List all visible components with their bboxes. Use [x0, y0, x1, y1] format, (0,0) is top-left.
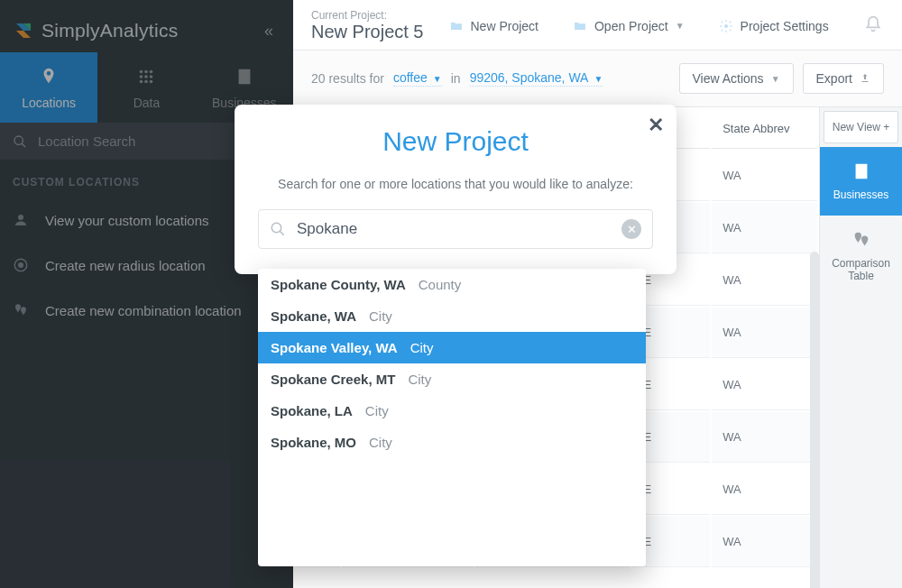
autocomplete-option[interactable]: Spokane, WACity [258, 300, 646, 332]
option-name: Spokane Valley, WA [271, 340, 398, 355]
option-type: City [408, 372, 431, 387]
option-type: City [369, 308, 392, 324]
autocomplete-option[interactable]: Spokane, MOCity [258, 427, 646, 458]
svg-line-16 [280, 231, 284, 235]
close-button[interactable]: ✕ [648, 114, 664, 137]
new-project-modal: ✕ New Project Search for one or more loc… [235, 105, 676, 274]
autocomplete-option[interactable]: Spokane Valley, WACity [258, 332, 646, 363]
clear-search-button[interactable]: ✕ [621, 219, 641, 239]
option-name: Spokane, MO [271, 435, 356, 450]
autocomplete-option[interactable]: Spokane County, WACounty [258, 269, 646, 300]
option-type: City [365, 403, 389, 418]
autocomplete-option[interactable]: Spokane Creek, MTCity [258, 363, 646, 395]
option-name: Spokane Creek, MT [271, 372, 395, 387]
modal-search[interactable]: ✕ [258, 209, 653, 249]
location-autocomplete-dropdown: Spokane County, WACountySpokane, WACityS… [258, 269, 646, 566]
svg-point-15 [272, 223, 281, 233]
option-type: City [369, 435, 392, 450]
option-type: County [419, 277, 462, 292]
option-name: Spokane County, WA [271, 277, 406, 292]
modal-title: New Project [258, 126, 653, 157]
option-name: Spokane, WA [271, 308, 356, 324]
search-icon [270, 221, 286, 237]
modal-subtitle: Search for one or more locations that yo… [258, 177, 653, 191]
option-type: City [410, 340, 434, 355]
modal-search-input[interactable] [297, 220, 611, 238]
autocomplete-option[interactable]: Spokane, LACity [258, 395, 646, 427]
option-name: Spokane, LA [271, 403, 353, 418]
